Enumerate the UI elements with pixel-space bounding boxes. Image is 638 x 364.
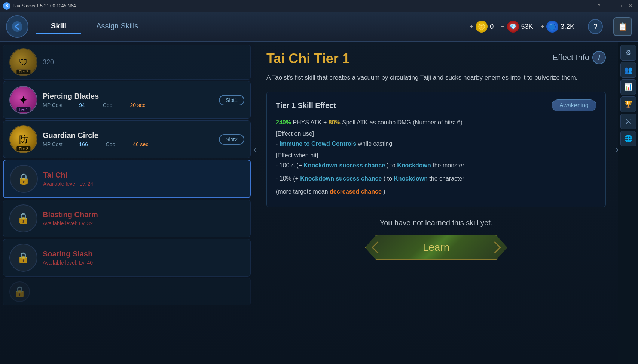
side-btn-globe[interactable]: 🌐 xyxy=(620,131,636,146)
skill-item-guardian-circle[interactable]: 防 Tier 2 Guardian Circle MP Cost 166 Coo… xyxy=(3,120,251,158)
soaring-slash-available-level: Available level: Lv. 40 xyxy=(43,260,244,266)
piercing-blades-info: Piercing Blades MP Cost 94 Cool 20 sec xyxy=(43,92,214,108)
side-btn-combat[interactable]: ⚔ xyxy=(620,114,636,129)
gem-icon: 💎 xyxy=(507,21,519,33)
partial-tier-badge: Tier 2 xyxy=(16,69,31,75)
svg-point-0 xyxy=(12,21,22,32)
effect-when-hit-label: [Effect when hit] xyxy=(276,152,596,159)
partial-skill-value: 320 xyxy=(43,58,54,66)
gold-currency: + 🪙 0 xyxy=(470,21,494,33)
guardian-slot-badge[interactable]: Slot2 xyxy=(219,134,244,145)
blasting-charm-name: Blasting Charm xyxy=(43,210,244,219)
guardian-circle-name: Guardian Circle xyxy=(43,131,214,140)
guardian-cool-value: 46 sec xyxy=(133,141,148,147)
title-bar: B BlueStacks 1 5.21.00.1045 N64 ? ─ □ ✕ xyxy=(0,0,638,12)
blasting-charm-available-level: Available level: Lv. 32 xyxy=(43,220,244,226)
side-btn-stats[interactable]: 📊 xyxy=(620,79,636,95)
close-button[interactable]: ✕ xyxy=(626,2,635,10)
knockdown-character-line: - 10% (+ Knockdown success chance ) to K… xyxy=(276,173,596,183)
effect-header: Tier 1 Skill Effect Awakening xyxy=(276,99,596,111)
side-btn-trophy[interactable]: 🏆 xyxy=(620,96,636,112)
maximize-button[interactable]: □ xyxy=(616,2,625,10)
piercing-slot-badge[interactable]: Slot1 xyxy=(219,95,244,105)
skill-item-blasting-charm[interactable]: 🔒 Blasting Charm Available level: Lv. 32 xyxy=(3,200,251,237)
phys-atk-val: 240% xyxy=(276,119,291,126)
tai-chi-lock-icon: 🔒 xyxy=(17,173,30,185)
decreased-chance-text: decreased chance xyxy=(330,188,382,195)
nav-bar: Skill Assign Skills + 🪙 0 + 💎 53K + 🔵 3.… xyxy=(0,12,638,42)
effect-section-wrapper: ‹ Tier 1 Skill Effect Awakening 240% PHY… xyxy=(266,92,606,207)
guardian-circle-cost: MP Cost 166 Cool 46 sec xyxy=(43,141,214,147)
side-btn-users[interactable]: 👥 xyxy=(620,62,636,78)
skill-item-soaring-slash[interactable]: 🔒 Soaring Slash Available level: Lv. 40 xyxy=(3,239,251,277)
knockdown-2: Knockdown xyxy=(394,175,428,182)
piercing-blades-name: Piercing Blades xyxy=(43,92,214,101)
decreased-chance-line: (more targets mean decreased chance ) xyxy=(276,186,596,197)
minimize-button[interactable]: ─ xyxy=(605,2,614,10)
tai-chi-icon: 🔒 xyxy=(10,165,38,193)
knockdown-1: Knockdown xyxy=(397,162,431,169)
soaring-slash-name: Soaring Slash xyxy=(43,250,244,258)
help-circle-button[interactable]: ? xyxy=(588,19,603,34)
effect-title: Tier 1 Skill Effect xyxy=(276,101,336,110)
info-circle-icon: i xyxy=(592,51,606,64)
skill-effect-section: Tier 1 Skill Effect Awakening 240% PHYS … xyxy=(266,92,606,207)
blue-icon: 🔵 xyxy=(546,21,558,33)
mp-cost-value: 94 xyxy=(79,102,85,108)
effect-on-use-immune: - Immune to Crowd Controls while casting xyxy=(276,139,596,149)
knockdown-success-1: Knockdown success chance xyxy=(303,162,385,169)
partial-bottom-item: 🔒 xyxy=(3,278,251,305)
tab-skill[interactable]: Skill xyxy=(36,19,81,34)
app-logo: B BlueStacks 1 5.21.00.1045 N64 xyxy=(3,2,76,10)
blue-currency: + 🔵 3.2K xyxy=(541,21,574,33)
tai-chi-available-level: Available level: Lv. 24 xyxy=(43,181,244,187)
guardian-mp-label: MP Cost xyxy=(43,141,62,147)
main-container: 🛡 Tier 2 320 ✦ Tier 1 Piercing Blades MP… xyxy=(0,42,638,364)
nav-tabs: Skill Assign Skills xyxy=(36,19,153,34)
guardian-tier-badge: Tier 2 xyxy=(16,146,31,152)
skill-item-piercing-blades[interactable]: ✦ Tier 1 Piercing Blades MP Cost 94 Cool… xyxy=(3,81,251,119)
piercing-blades-cost: MP Cost 94 Cool 20 sec xyxy=(43,102,214,108)
blasting-charm-icon: 🔒 xyxy=(9,204,37,232)
tai-chi-info: Tai Chi Available level: Lv. 24 xyxy=(43,171,244,187)
partial-skill-icon: 🛡 Tier 2 xyxy=(9,48,37,76)
soaring-slash-icon: 🔒 xyxy=(9,244,37,272)
skill-item-tai-chi[interactable]: 🔒 Tai Chi Available level: Lv. 24 xyxy=(3,160,251,198)
partial-skill-item[interactable]: 🛡 Tier 2 320 xyxy=(3,45,251,80)
guardian-cool-label: Cool xyxy=(106,141,116,147)
gold-icon: 🪙 xyxy=(476,21,488,33)
gem-value: 53K xyxy=(521,23,533,31)
cool-value: 20 sec xyxy=(130,102,145,108)
back-button[interactable] xyxy=(6,15,28,38)
effect-on-use-label: [Effect on use] xyxy=(276,130,596,137)
soaring-slash-lock-icon: 🔒 xyxy=(17,252,30,264)
mp-cost-label: MP Cost xyxy=(43,102,62,108)
not-learned-text: You have not learned this skill yet. xyxy=(266,219,606,227)
window-controls: ? ─ □ ✕ xyxy=(595,2,635,10)
knockdown-monster-line: - 100% (+ Knockdown success chance ) to … xyxy=(276,160,596,170)
profile-button[interactable]: 📋 xyxy=(613,17,632,36)
help-button[interactable]: ? xyxy=(595,2,604,10)
awakening-badge[interactable]: Awakening xyxy=(552,99,596,111)
guardian-circle-info: Guardian Circle MP Cost 166 Cool 46 sec xyxy=(43,131,214,147)
skill-list-panel: 🛡 Tier 2 320 ✦ Tier 1 Piercing Blades MP… xyxy=(0,42,254,364)
piercing-blades-icon: ✦ Tier 1 xyxy=(9,86,37,114)
next-arrow[interactable]: › xyxy=(610,142,618,157)
immune-text: Immune to Crowd Controls xyxy=(280,141,356,147)
blasting-charm-info: Blasting Charm Available level: Lv. 32 xyxy=(43,210,244,226)
effect-damage-line: 240% PHYS ATK + 80% Spell ATK as combo D… xyxy=(276,117,596,127)
blasting-charm-lock-icon: 🔒 xyxy=(17,212,30,225)
prev-arrow[interactable]: ‹ xyxy=(254,142,263,157)
tab-assign-skills[interactable]: Assign Skills xyxy=(81,19,153,34)
gem-currency: + 💎 53K xyxy=(501,21,533,33)
skill-detail-panel: Tai Chi Tier 1 Effect Info i A Taoist's … xyxy=(254,42,618,364)
currency-bar: + 🪙 0 + 💎 53K + 🔵 3.2K ? 📋 xyxy=(470,17,632,36)
blue-value: 3.2K xyxy=(561,23,574,31)
detail-header: Tai Chi Tier 1 Effect Info i xyxy=(266,51,606,67)
partial-bottom-icon: 🔒 xyxy=(9,281,30,302)
side-btn-settings[interactable]: ⚙ xyxy=(620,45,636,61)
effect-info-button[interactable]: Effect Info i xyxy=(552,51,606,64)
guardian-mp-value: 166 xyxy=(79,141,88,147)
learn-button[interactable]: Learn xyxy=(365,235,507,260)
learn-button-wrapper: Learn xyxy=(266,235,606,260)
